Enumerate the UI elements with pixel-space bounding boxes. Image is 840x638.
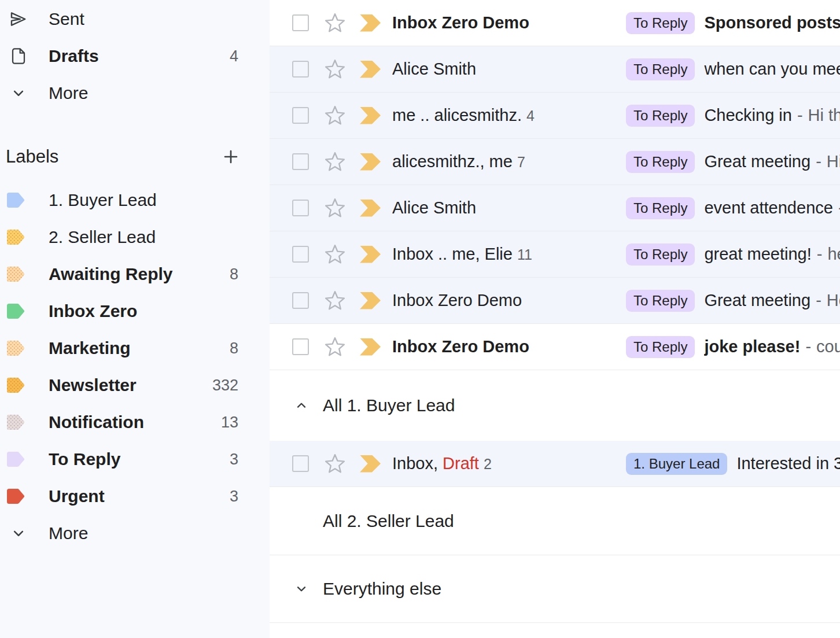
email-subject-line: great meeting! - hey bbox=[704, 245, 840, 264]
email-subject: when can you meet bbox=[704, 60, 840, 79]
sidebar-label-urgent[interactable]: Urgent 3 bbox=[0, 478, 270, 515]
sidebar-label-inbox-zero[interactable]: Inbox Zero bbox=[0, 293, 270, 330]
importance-marker-icon[interactable] bbox=[360, 338, 381, 356]
select-checkbox[interactable] bbox=[292, 61, 309, 78]
sidebar-label-marketing[interactable]: Marketing 8 bbox=[0, 330, 270, 367]
sidebar-item-more-labels[interactable]: More bbox=[0, 515, 270, 552]
importance-marker-icon[interactable] bbox=[360, 246, 381, 263]
select-checkbox[interactable] bbox=[292, 292, 309, 309]
importance-marker-icon[interactable] bbox=[360, 455, 381, 473]
sidebar: Sent Drafts 4 More Labels 1. Buyer Lead … bbox=[0, 0, 270, 638]
importance-marker-icon[interactable] bbox=[360, 61, 381, 78]
section-label[interactable]: All 2. Seller Lead bbox=[323, 511, 454, 531]
email-row[interactable]: Inbox Zero Demo To Reply Great meeting -… bbox=[270, 278, 840, 324]
select-checkbox[interactable] bbox=[292, 107, 309, 124]
label-count: 3 bbox=[230, 451, 238, 469]
label-name: Inbox Zero bbox=[49, 301, 238, 321]
section-everything-else: Everything else bbox=[270, 555, 840, 623]
label-count: 8 bbox=[230, 340, 238, 357]
email-subject: Great meeting bbox=[704, 152, 810, 171]
chevron-down-icon[interactable] bbox=[294, 581, 309, 596]
label-badge[interactable]: To Reply bbox=[626, 105, 695, 127]
star-icon[interactable] bbox=[324, 244, 346, 265]
email-sender: Inbox Zero Demo bbox=[392, 291, 626, 310]
star-icon[interactable] bbox=[324, 290, 346, 312]
importance-marker-icon[interactable] bbox=[360, 107, 381, 124]
label-tag-icon bbox=[6, 340, 26, 356]
thread-count: 2 bbox=[484, 456, 492, 472]
email-row[interactable]: Inbox Zero Demo To Reply Sponsored posts… bbox=[270, 0, 840, 46]
star-icon[interactable] bbox=[324, 453, 346, 475]
sidebar-label-1-buyer-lead[interactable]: 1. Buyer Lead bbox=[0, 182, 270, 219]
label-badge[interactable]: To Reply bbox=[626, 244, 695, 265]
section-label[interactable]: All 1. Buyer Lead bbox=[323, 396, 455, 415]
select-checkbox[interactable] bbox=[292, 14, 309, 31]
email-sender: alicesmithz., me7 bbox=[392, 152, 626, 171]
sidebar-label-to-reply[interactable]: To Reply 3 bbox=[0, 441, 270, 478]
add-label-button[interactable] bbox=[221, 147, 241, 167]
chevron-up-icon[interactable] bbox=[294, 398, 309, 413]
importance-marker-icon[interactable] bbox=[360, 292, 381, 309]
email-row[interactable]: alicesmithz., me7 To Reply Great meeting… bbox=[270, 139, 840, 185]
star-icon[interactable] bbox=[324, 58, 346, 80]
label-name: To Reply bbox=[49, 449, 230, 469]
label-badge[interactable]: To Reply bbox=[626, 290, 695, 312]
email-subject-line: joke please! - could bbox=[704, 337, 840, 356]
label-badge[interactable]: To Reply bbox=[626, 197, 695, 219]
section-all-2-seller-lead: All 2. Seller Lead bbox=[270, 487, 840, 555]
select-checkbox[interactable] bbox=[292, 153, 309, 170]
label-badge[interactable]: To Reply bbox=[626, 336, 695, 358]
email-row[interactable]: Inbox Zero Demo To Reply joke please! - … bbox=[270, 324, 840, 370]
email-subject-line: Great meeting - Hi J bbox=[704, 152, 840, 171]
label-count: 8 bbox=[230, 265, 238, 283]
email-subject-line: event attendence - H bbox=[704, 198, 840, 217]
email-sender: Inbox, Draft2 bbox=[392, 454, 626, 473]
sidebar-label-newsletter[interactable]: Newsletter 332 bbox=[0, 367, 270, 404]
chevron-down-icon bbox=[8, 525, 29, 542]
star-icon[interactable] bbox=[324, 336, 346, 358]
select-checkbox[interactable] bbox=[292, 455, 309, 472]
email-row[interactable]: Alice Smith To Reply event attendence - … bbox=[270, 185, 840, 231]
email-row[interactable]: me .. alicesmithz.4 To Reply Checking in… bbox=[270, 93, 840, 139]
email-row[interactable]: Alice Smith To Reply when can you meet - bbox=[270, 46, 840, 93]
email-snippet: Hey bbox=[827, 291, 840, 310]
importance-marker-icon[interactable] bbox=[360, 200, 381, 217]
email-subject: Checking in bbox=[704, 106, 792, 125]
subject-snippet-separator: - bbox=[816, 291, 821, 310]
label-tag-icon bbox=[6, 266, 26, 282]
label-badge[interactable]: To Reply bbox=[626, 58, 695, 80]
sidebar-item-more[interactable]: More bbox=[0, 75, 270, 112]
sidebar-item-label: More bbox=[49, 523, 238, 543]
subject-snippet-separator: - bbox=[816, 152, 821, 171]
gmail-app: Sent Drafts 4 More Labels 1. Buyer Lead … bbox=[0, 0, 840, 638]
label-badge[interactable]: To Reply bbox=[626, 12, 695, 34]
email-subject: Interested in 3-b bbox=[736, 454, 840, 473]
email-row[interactable]: Inbox, Draft2 1. Buyer Lead Interested i… bbox=[270, 441, 840, 487]
star-icon[interactable] bbox=[324, 197, 346, 219]
label-name: 2. Seller Lead bbox=[49, 227, 238, 247]
sidebar-label-awaiting-reply[interactable]: Awaiting Reply 8 bbox=[0, 256, 270, 293]
email-subject-line: Checking in - Hi ther bbox=[704, 106, 840, 125]
star-icon[interactable] bbox=[324, 151, 346, 173]
label-count: 3 bbox=[230, 488, 238, 506]
section-all-1-buyer-lead: All 1. Buyer Lead bbox=[270, 370, 840, 441]
select-checkbox[interactable] bbox=[292, 246, 309, 263]
sidebar-label-notification[interactable]: Notification 13 bbox=[0, 404, 270, 441]
select-checkbox[interactable] bbox=[292, 338, 309, 355]
label-tag-icon bbox=[6, 488, 26, 504]
email-row[interactable]: Inbox .. me, Elie11 To Reply great meeti… bbox=[270, 231, 840, 278]
sidebar-item-drafts[interactable]: Drafts 4 bbox=[0, 38, 270, 75]
star-icon[interactable] bbox=[324, 105, 346, 127]
label-badge[interactable]: 1. Buyer Lead bbox=[626, 453, 727, 475]
importance-marker-icon[interactable] bbox=[360, 14, 381, 32]
section-label[interactable]: Everything else bbox=[323, 579, 441, 599]
labels-header: Labels bbox=[0, 138, 270, 175]
select-checkbox[interactable] bbox=[292, 200, 309, 216]
label-badge[interactable]: To Reply bbox=[626, 151, 695, 173]
star-icon[interactable] bbox=[324, 12, 346, 34]
chevron-down-icon bbox=[8, 84, 29, 102]
sidebar-label-2-seller-lead[interactable]: 2. Seller Lead bbox=[0, 219, 270, 256]
sidebar-item-sent[interactable]: Sent bbox=[0, 1, 270, 38]
sidebar-item-label: Drafts bbox=[49, 46, 230, 66]
importance-marker-icon[interactable] bbox=[360, 153, 381, 171]
